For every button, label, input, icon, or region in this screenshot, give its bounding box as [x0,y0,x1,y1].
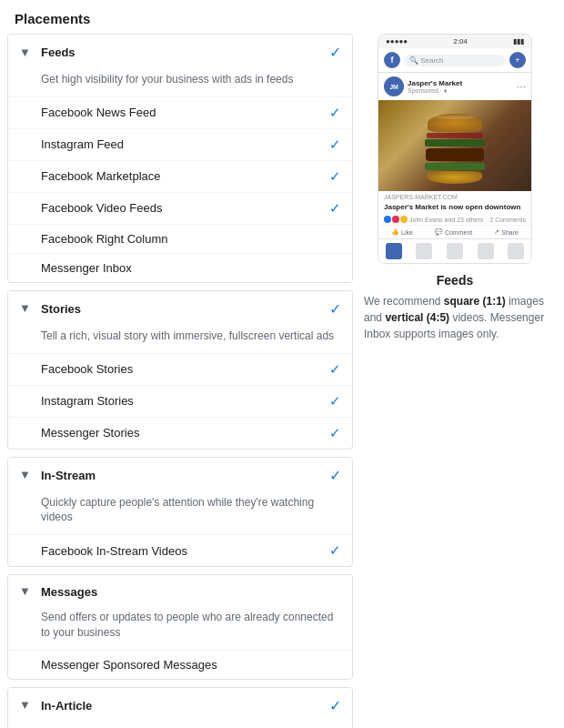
nav-watch[interactable] [416,243,432,259]
avatar: JM [384,76,404,96]
post-actions: 👍 Like 💬 Comment ↗ Share [378,226,531,238]
section-instream: ▼ In-Stream ✓ Quickly capture people's a… [7,457,353,568]
phone-status-bar: ●●●●● 2:04 ▮▮▮ [378,35,531,48]
chevron-icon: ▼ [19,584,34,599]
placement-item-stories-0[interactable]: Facebook Stories ✓ [8,353,352,385]
section-check-icon: ✓ [329,300,341,318]
reaction-info: John Evans and 23 others [384,216,483,223]
placement-item-feeds-2[interactable]: Facebook Marketplace ✓ [8,160,352,192]
placement-label: Facebook News Feed [41,106,329,119]
post-reactions: John Evans and 23 others 2 Comments [378,214,531,226]
nav-groups[interactable] [447,243,463,259]
phone-toolbar: f 🔍 Search + [378,48,531,73]
placement-label: Instagram Stories [41,394,329,408]
phone-search-bar: 🔍 Search [404,55,506,66]
section-header-messages[interactable]: ▼ Messages [8,575,352,608]
comment-icon: 💬 [435,228,443,236]
preview-description: We recommend square (1:1) images and ver… [360,293,549,342]
section-messages: ▼ Messages Send offers or updates to peo… [7,574,353,680]
burger-illustration [378,100,531,191]
placement-item-feeds-3[interactable]: Facebook Video Feeds ✓ [8,192,352,224]
placement-label: Messenger Sponsored Messages [41,658,341,672]
section-title: Messages [41,585,341,599]
placement-item-feeds-4[interactable]: Facebook Right Column [8,224,352,253]
placement-label: Facebook Stories [41,362,329,376]
section-feeds: ▼ Feeds ✓ Get high visibility for your b… [7,34,353,283]
love-reaction [392,216,399,223]
section-desc: Get high visibility for your business wi… [8,70,352,96]
section-check-icon: ✓ [329,44,341,61]
section-title: Feeds [41,46,329,59]
lettuce-bottom [425,163,485,170]
vertical-emphasis: vertical (4:5) [385,311,449,324]
section-header-feeds[interactable]: ▼ Feeds ✓ [8,35,352,70]
placement-item-feeds-0[interactable]: Facebook News Feed ✓ [8,96,352,128]
notification-icon: + [509,52,526,68]
sponsored-label: Sponsored · ♦ [408,87,462,94]
check-icon: ✓ [329,361,341,378]
nav-home[interactable] [386,243,402,259]
placement-label: Facebook Right Column [41,232,341,246]
post-info: Jasper's Market Sponsored · ♦ [408,79,462,94]
placement-label: Messenger Inbox [41,261,341,275]
lettuce-layer [425,139,485,147]
placement-item-instream-0[interactable]: Facebook In-Stream Videos ✓ [8,534,352,566]
wow-reaction [400,216,408,223]
bun-bottom [428,171,482,184]
check-icon: ✓ [329,542,341,559]
facebook-logo: f [384,52,400,68]
nav-notifications[interactable] [478,243,494,259]
battery-icon: ▮▮▮ [513,37,524,46]
placement-label: Facebook In-Stream Videos [41,544,329,558]
page-title: Placements [0,0,564,34]
section-desc: Quickly capture people's attention while… [8,493,352,535]
placement-item-messages-0[interactable]: Messenger Sponsored Messages [8,650,352,679]
share-icon: ↗ [494,228,499,236]
chevron-icon: ▼ [19,301,34,316]
section-desc: Send offers or updates to people who are… [8,608,352,650]
check-icon: ✓ [329,425,341,441]
link-domain: JASPERS-MARKET.COM [378,191,531,203]
chevron-icon: ▼ [19,468,34,482]
topping-layer [427,133,483,138]
comments-count: 2 Comments [489,217,526,223]
comment-button[interactable]: 💬 Comment [435,228,472,236]
section-desc: Engage with people reading content from … [8,723,352,728]
placement-item-stories-1[interactable]: Instagram Stories ✓ [8,385,352,417]
like-button[interactable]: 👍 Like [391,228,413,236]
placement-label: Facebook Video Feeds [41,201,329,215]
signal-icon: ●●●●● [386,37,408,46]
bun-top [428,114,482,132]
reaction-count: John Evans and 23 others [409,217,483,223]
phone-preview: ●●●●● 2:04 ▮▮▮ f 🔍 Search + JM Jasper's … [378,34,532,264]
preview-panel: ●●●●● 2:04 ▮▮▮ f 🔍 Search + JM Jasper's … [353,34,557,728]
phone-bottom-nav [378,238,531,263]
section-title: In-Article [41,699,329,713]
check-icon: ✓ [329,105,341,121]
post-options-icon[interactable]: ··· [517,80,526,93]
share-button[interactable]: ↗ Share [494,228,519,236]
section-desc: Tell a rich, visual story with immersive… [8,327,352,353]
section-header-instream[interactable]: ▼ In-Stream ✓ [8,458,352,493]
section-inarticle: ▼ In-Article ✓ Engage with people readin… [7,687,353,728]
preview-section-title: Feeds [360,273,549,288]
section-title: Stories [41,302,329,316]
comment-label: Comment [445,229,472,236]
chevron-icon: ▼ [19,698,34,713]
section-header-stories[interactable]: ▼ Stories ✓ [8,291,352,327]
placement-item-feeds-5[interactable]: Messenger Inbox [8,253,352,282]
like-icon: 👍 [391,228,399,236]
placement-label: Facebook Marketplace [41,169,329,183]
check-icon: ✓ [329,393,341,410]
post-image [378,100,531,191]
chevron-icon: ▼ [19,46,34,60]
nav-menu[interactable] [508,243,524,259]
like-label: Like [401,229,413,236]
placement-item-stories-2[interactable]: Messenger Stories ✓ [8,417,352,449]
check-icon: ✓ [329,136,341,153]
placement-item-feeds-1[interactable]: Instagram Feed ✓ [8,128,352,160]
section-stories: ▼ Stories ✓ Tell a rich, visual story wi… [7,290,353,450]
poster-name: Jasper's Market [408,79,462,87]
reaction-icons [384,216,408,223]
section-header-inarticle[interactable]: ▼ In-Article ✓ [8,688,352,723]
